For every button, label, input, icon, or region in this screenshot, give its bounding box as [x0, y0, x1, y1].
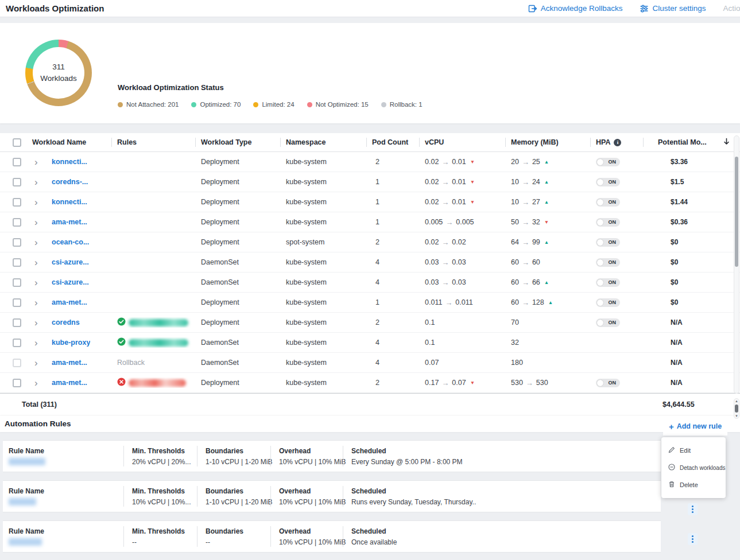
expand-chevron-icon[interactable]: ›: [34, 358, 38, 368]
memory-current: 50: [511, 218, 519, 226]
expand-chevron-icon[interactable]: ›: [34, 177, 38, 187]
row-checkbox[interactable]: [13, 238, 21, 247]
col-header-workload-type[interactable]: Workload Type: [195, 133, 280, 151]
row-checkbox[interactable]: [13, 158, 21, 166]
expand-chevron-icon[interactable]: ›: [34, 298, 38, 308]
vcpu-recommended: 0.01: [452, 158, 466, 166]
top-bar: Workloads Optimization Acknowledge Rollb…: [0, 0, 740, 17]
hpa-badge-label: ON: [609, 380, 617, 386]
hpa-on-badge: ON: [596, 278, 620, 287]
menu-item-edit[interactable]: Edit: [661, 442, 726, 459]
expand-chevron-icon[interactable]: ›: [34, 318, 38, 328]
actions-button[interactable]: Action: [723, 4, 740, 13]
col-header-pod-count[interactable]: Pod Count: [366, 133, 419, 151]
col-header-vcpu[interactable]: vCPU: [419, 133, 505, 151]
trend-up-icon: ▲: [544, 279, 549, 285]
workload-name-link[interactable]: ama-met...: [52, 379, 87, 387]
expand-chevron-icon[interactable]: ›: [34, 278, 38, 287]
hpa-badge-label: ON: [609, 239, 617, 245]
workload-name-cell: csi-azure...: [46, 258, 111, 266]
memory-current: 10: [511, 178, 519, 186]
add-new-rule-button[interactable]: + Add new rule: [669, 422, 722, 431]
potential-savings-cell: N/A: [643, 339, 740, 347]
potential-savings-cell: N/A: [643, 359, 740, 367]
col-header-namespace[interactable]: Namespace: [280, 133, 366, 151]
row-checkbox[interactable]: [13, 379, 21, 387]
acknowledge-rollbacks-button[interactable]: Acknowledge Rollbacks: [528, 4, 623, 13]
trend-up-icon: ▲: [544, 179, 549, 185]
trend-up-icon: ▲: [544, 239, 549, 245]
row-checkbox[interactable]: [13, 339, 21, 347]
rule-kebab-menu-icon[interactable]: [688, 503, 698, 515]
expand-chevron-icon[interactable]: ›: [34, 258, 38, 267]
arrow-right-icon: →: [522, 158, 529, 166]
arrow-right-icon: →: [441, 238, 449, 247]
row-checkbox[interactable]: [13, 298, 21, 307]
workload-type-cell: DaemonSet: [195, 339, 280, 347]
menu-item-delete[interactable]: Delete: [661, 476, 726, 493]
rule-field-label: Overhead: [279, 527, 343, 535]
potential-savings-value: N/A: [671, 359, 683, 367]
table-scrollbar[interactable]: [734, 135, 739, 394]
row-expand-cell: ›: [26, 378, 46, 388]
col-header-rules[interactable]: Rules: [111, 133, 195, 151]
detach-icon: [668, 464, 675, 472]
total-potential-value: $4,644.55: [662, 400, 695, 409]
hpa-on-badge: ON: [596, 379, 620, 387]
expand-chevron-icon[interactable]: ›: [34, 238, 38, 247]
sort-descending-icon[interactable]: [723, 138, 730, 147]
row-checkbox[interactable]: [13, 258, 21, 267]
col-header-potential-mo[interactable]: Potential Mo...: [643, 133, 740, 151]
table-scrollbar-thumb[interactable]: [735, 157, 738, 267]
workload-type-value: Deployment: [201, 178, 239, 186]
cluster-settings-button[interactable]: Cluster settings: [640, 4, 706, 13]
potential-savings-cell: $1.44: [643, 198, 740, 206]
workload-name-link[interactable]: csi-azure...: [52, 278, 89, 286]
automation-rule-card: Rule NameMin. Thresholds10% vCPU | 10%..…: [3, 480, 661, 512]
workload-name-link[interactable]: ama-met...: [52, 298, 87, 306]
workload-name-link[interactable]: coredns-...: [52, 178, 88, 186]
arrow-right-icon: →: [441, 198, 449, 207]
row-checkbox[interactable]: [13, 178, 21, 186]
table-total-row: Total (311) $4,644.55: [0, 393, 740, 415]
actions-label: Action: [723, 4, 740, 13]
pod-count-cell: 1: [366, 198, 419, 206]
select-all-cell: [0, 133, 26, 151]
arrow-right-icon: →: [441, 278, 449, 287]
row-checkbox[interactable]: [13, 198, 21, 207]
workload-name-link[interactable]: konnecti...: [52, 158, 87, 166]
row-checkbox[interactable]: [13, 278, 21, 287]
row-checkbox[interactable]: [13, 218, 21, 227]
footer-scrollbar-thumb[interactable]: [735, 405, 738, 413]
expand-chevron-icon[interactable]: ›: [34, 217, 38, 227]
footer-scrollbar[interactable]: ▲▼: [734, 398, 739, 419]
workload-name-link[interactable]: kube-proxy: [52, 339, 90, 347]
pod-count-value: 1: [375, 298, 379, 306]
col-header-hpa[interactable]: HPAi: [590, 133, 643, 151]
scroll-down-icon[interactable]: ▼: [735, 414, 738, 418]
expand-chevron-icon[interactable]: ›: [34, 197, 38, 207]
col-header-workload-name[interactable]: Workload Name: [26, 133, 111, 151]
workload-name-link[interactable]: coredns: [52, 318, 80, 326]
workload-name-link[interactable]: csi-azure...: [52, 258, 89, 266]
workload-type-value: Deployment: [201, 198, 239, 206]
scroll-up-icon[interactable]: ▲: [735, 399, 738, 403]
memory-recommended: 530: [536, 379, 548, 387]
row-checkbox[interactable]: [13, 318, 21, 327]
rule-field-label: Min. Thresholds: [132, 527, 197, 535]
menu-item-detach-workloads[interactable]: Detach workloads: [661, 459, 726, 476]
workload-name-link[interactable]: konnecti...: [52, 198, 87, 206]
expand-chevron-icon[interactable]: ›: [34, 157, 38, 167]
expand-chevron-icon[interactable]: ›: [34, 338, 38, 348]
expand-chevron-icon[interactable]: ›: [34, 378, 38, 388]
workload-name-link[interactable]: ama-met...: [52, 359, 87, 367]
workload-name-link[interactable]: ocean-co...: [52, 238, 89, 246]
col-header-memory-mib[interactable]: Memory (MiB): [505, 133, 590, 151]
select-all-checkbox[interactable]: [13, 138, 21, 147]
row-checkbox[interactable]: [13, 359, 21, 367]
table-row: ›ama-met...Deploymentkube-system10.005→0…: [0, 212, 740, 232]
vcpu-recommended: 0.07: [452, 379, 466, 387]
workload-name-link[interactable]: ama-met...: [52, 218, 87, 226]
rule-kebab-menu-icon[interactable]: [688, 533, 698, 545]
rules-cell: [111, 378, 195, 388]
